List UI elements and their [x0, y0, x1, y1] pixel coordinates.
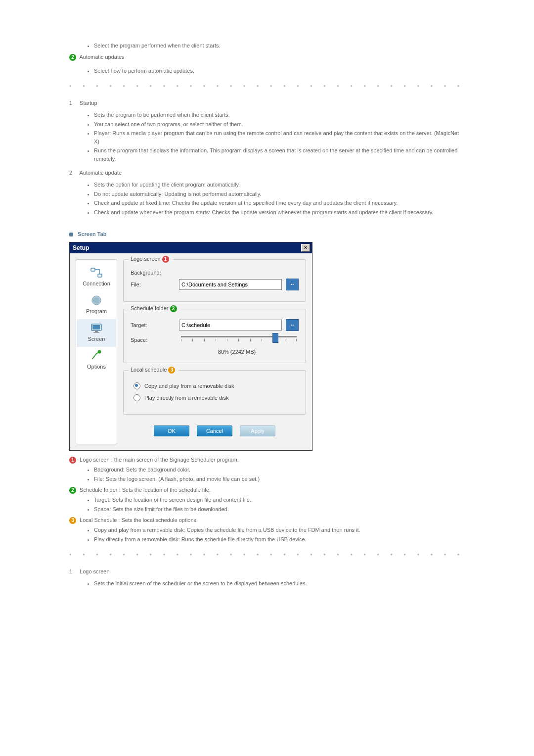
target-input[interactable] — [179, 320, 282, 331]
group-logo-screen: Logo screen 1 Background: File: .. — [123, 259, 306, 302]
background-label: Background: — [131, 270, 175, 276]
apply-button[interactable]: Apply — [240, 425, 275, 436]
svg-rect-6 — [93, 332, 99, 333]
space-value: 80% (2242 MB) — [175, 349, 299, 355]
connection-icon — [89, 267, 103, 279]
desc2-b1: Target: Sets the location of the screen … — [94, 496, 465, 504]
sec1-num: 1 — [69, 100, 78, 106]
desc3-b1: Copy and play from a removable disk: Cop… — [94, 526, 465, 534]
sec1-b3: Player: Runs a media player program that… — [94, 129, 465, 145]
sec1-b2: You can select one of two programs, or s… — [94, 120, 465, 129]
schedule-folder-legend: Schedule folder — [131, 305, 168, 311]
sec2-title: Automatic update — [79, 170, 122, 176]
radio-copy-play[interactable]: Copy and play from a removable disk — [134, 382, 299, 389]
options-icon — [89, 350, 103, 362]
space-label: Space: — [131, 337, 175, 343]
svg-rect-1 — [98, 274, 102, 277]
radio-icon — [134, 394, 140, 401]
sidebar-item-program[interactable]: Program — [77, 291, 116, 319]
file-browse-button[interactable]: .. — [286, 279, 299, 290]
desc1-title: Logo screen : the main screen of the Sig… — [80, 457, 239, 463]
sec2-b3: Check and update at fixed time: Checks t… — [94, 199, 465, 207]
sec2-b1: Sets the option for updating the client … — [94, 181, 465, 189]
group-local-schedule: Local schedule 3 Copy and play from a re… — [123, 370, 306, 415]
svg-point-7 — [98, 351, 101, 353]
cancel-button[interactable]: Cancel — [197, 425, 232, 436]
badge-2-icon: 2 — [69, 54, 76, 61]
target-browse-button[interactable]: .. — [286, 319, 299, 331]
automatic-updates-heading: Automatic updates — [79, 54, 124, 60]
sec3-num: 1 — [69, 568, 78, 574]
desc1-b1: Background: Sets the background color. — [94, 466, 465, 474]
intro-bullet2: Select how to perform automatic updates. — [94, 67, 465, 75]
close-icon[interactable]: × — [301, 244, 310, 252]
sidebar-label-screen: Screen — [78, 336, 115, 342]
local-schedule-legend: Local schedule — [131, 367, 167, 373]
divider-dots-2: ● ● ● ● ● ● ● ● ● ● ● ● ● ● ● ● ● ● ● ● … — [69, 552, 465, 557]
badge-2b-icon: 2 — [170, 305, 177, 312]
desc2-title: Schedule folder : Sets the location of t… — [80, 487, 211, 493]
radio-copy-play-label: Copy and play from a removable disk — [144, 383, 234, 389]
screen-icon — [89, 322, 103, 334]
slider-ticks — [181, 339, 297, 342]
divider-dots: ● ● ● ● ● ● ● ● ● ● ● ● ● ● ● ● ● ● ● ● … — [69, 84, 465, 88]
sec1-b1: Sets the program to be performed when th… — [94, 111, 465, 119]
badge-1b-icon: 1 — [69, 457, 76, 464]
desc3-title: Local Schedule : Sets the local schedule… — [80, 517, 198, 523]
desc2-b2: Space: Sets the size limit for the files… — [94, 505, 465, 514]
file-input[interactable] — [179, 279, 282, 290]
badge-2c-icon: 2 — [69, 487, 76, 494]
svg-rect-0 — [91, 268, 95, 271]
dialog-titlebar: Setup × — [70, 242, 312, 253]
group-schedule-folder: Schedule folder 2 Target: .. Space: — [123, 309, 306, 363]
slider-track — [181, 336, 297, 337]
screen-tab-heading: Screen Tab — [78, 231, 107, 237]
sidebar-item-connection[interactable]: Connection — [77, 264, 116, 291]
slider-thumb[interactable] — [272, 333, 278, 343]
desc3-b2: Play directly from a removable disk: Run… — [94, 535, 465, 544]
file-label: File: — [131, 282, 175, 287]
space-slider[interactable] — [179, 334, 299, 346]
sec1-title: Startup — [80, 100, 97, 106]
badge-3-icon: 3 — [168, 367, 175, 374]
sec2-b4: Check and update whenever the program st… — [94, 208, 465, 217]
sec1-b4: Runs the program that displays the infor… — [94, 146, 465, 163]
desc1-b2: File: Sets the logo screen. (A flash, ph… — [94, 475, 465, 483]
section-bullet-icon — [69, 233, 73, 236]
sec2-num: 2 — [69, 170, 78, 176]
program-icon — [89, 294, 103, 306]
dialog-title: Setup — [73, 244, 89, 251]
dialog-sidebar: Connection Program Screen — [76, 259, 117, 444]
logo-screen-legend: Logo screen — [131, 256, 161, 262]
sec2-b2: Do not update automatically: Updating is… — [94, 190, 465, 198]
target-label: Target: — [131, 322, 175, 328]
ok-button[interactable]: OK — [154, 425, 189, 436]
sidebar-item-options[interactable]: Options — [77, 347, 116, 375]
intro-bullet1: Select the program performed when the cl… — [94, 42, 465, 50]
sidebar-label-connection: Connection — [78, 281, 115, 286]
svg-rect-5 — [95, 331, 98, 332]
setup-dialog: Setup × Connection Program — [69, 242, 312, 451]
sidebar-item-screen[interactable]: Screen — [77, 319, 116, 347]
sidebar-label-options: Options — [78, 364, 115, 370]
radio-play-direct[interactable]: Play directly from a removable disk — [134, 394, 299, 401]
svg-rect-4 — [92, 325, 100, 330]
badge-3b-icon: 3 — [69, 517, 76, 524]
sec3-b1: Sets the initial screen of the scheduler… — [94, 579, 465, 588]
sidebar-label-program: Program — [78, 308, 115, 314]
radio-play-direct-label: Play directly from a removable disk — [144, 395, 229, 401]
sec3-title: Logo screen — [80, 568, 110, 574]
radio-icon — [134, 382, 140, 389]
badge-1-icon: 1 — [162, 256, 169, 263]
